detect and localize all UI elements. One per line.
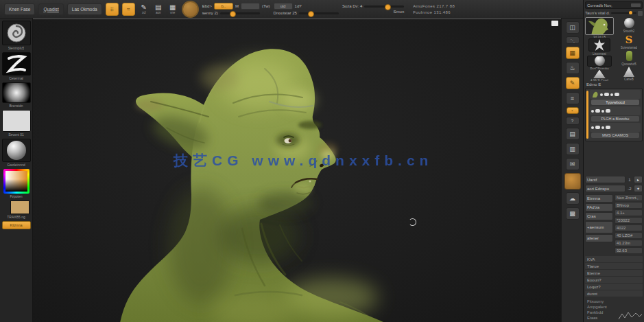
scale-button[interactable]: ✉ (566, 158, 580, 170)
brush-icon[interactable] (610, 93, 613, 96)
subtool-name[interactable]: Typvwbocd (591, 100, 639, 105)
palette-button[interactable]: Non Znmrt., (615, 194, 643, 201)
tool-star[interactable] (588, 38, 610, 51)
local-button[interactable]: ✎ (566, 77, 580, 89)
tool-simplebrush[interactable]: S (620, 34, 638, 45)
eye-icon[interactable] (600, 93, 603, 96)
mask-icon[interactable] (606, 126, 610, 129)
palette-button[interactable]: BNvop (615, 202, 643, 209)
rgb-toggle[interactable]: ≈ (122, 3, 135, 16)
small-icon[interactable]: ⋱ (566, 36, 580, 44)
list-item[interactable]: KVA (585, 256, 643, 262)
alpha-thumbnail[interactable] (2, 82, 31, 103)
brush-icon[interactable] (601, 126, 604, 129)
brush-icon[interactable] (601, 110, 604, 113)
tool-figure[interactable] (620, 50, 638, 62)
palette-label[interactable]: Ampgalent (585, 305, 643, 309)
topbar-button-2[interactable]: Quadist (38, 3, 63, 15)
paint-icon[interactable] (595, 109, 600, 113)
lines-button[interactable]: ≡ (566, 92, 580, 104)
subtool-name[interactable]: MMS CAAMOS (591, 133, 639, 138)
switch-color-button[interactable]: Kliznna (2, 221, 31, 229)
z-intensity-slider[interactable] (220, 12, 260, 14)
zsub-button[interactable]: ▤ aon (153, 4, 164, 14)
palette-button[interactable]: 4022 (615, 225, 643, 231)
color-picker[interactable] (3, 169, 29, 194)
zadd-button[interactable]: ✎ zcl (139, 4, 150, 14)
figure-icon (626, 51, 632, 61)
paint-icon[interactable] (604, 93, 609, 96)
subtool-thumb-icon (591, 91, 599, 98)
topbar-button-1[interactable]: Knen Fase (4, 3, 35, 15)
current-color-swatch[interactable] (10, 200, 29, 214)
material-preview-button[interactable] (564, 173, 581, 189)
palette-label[interactable]: Fitsuumy (585, 299, 643, 303)
list-item[interactable]: Etenne (585, 270, 643, 276)
tray-slider[interactable] (611, 12, 636, 14)
palette-button[interactable]: Cras (585, 212, 613, 220)
palette-button[interactable]: Etnnna (585, 194, 613, 203)
tool-sphere2[interactable] (587, 56, 612, 67)
grid-button[interactable]: ▩ (566, 207, 580, 220)
tray-header[interactable]: Cunradb Nov, (585, 1, 643, 9)
subtool-header[interactable]: Edmo E (585, 82, 643, 88)
subtool-panel: Typvwbocd PLGH a Blooxbe MMS CAAMOS (585, 88, 643, 141)
preview-icon[interactable]: ◫ (566, 21, 580, 34)
tool-cone[interactable] (620, 67, 638, 77)
palette-button[interactable]: 92.63 (615, 247, 643, 254)
frame-button[interactable]: ▤ (566, 128, 580, 140)
palette-button[interactable]: 4.1+ (615, 209, 643, 216)
move-button[interactable]: ▥ (566, 143, 580, 155)
palette-button[interactable]: +aensum (585, 221, 613, 233)
help-button[interactable]: ? (566, 117, 580, 125)
mask-icon[interactable] (606, 109, 610, 113)
palette-button[interactable]: FAd'za (585, 203, 613, 211)
list-item[interactable]: Tlarue (585, 263, 643, 269)
cloud-button[interactable]: ☁ (566, 192, 580, 205)
header-inset (631, 3, 641, 7)
paint-icon[interactable] (595, 126, 600, 129)
palette-button[interactable]: 40 LZG# (615, 232, 643, 239)
slider-button[interactable]: ▸ (634, 176, 643, 183)
list-item[interactable]: Loquz? (585, 284, 643, 290)
zcut-button[interactable]: ▦ vne (167, 4, 178, 14)
sculpt-viewport[interactable]: 技艺CG www.qdnxxfb.cn (33, 19, 561, 322)
eye-icon[interactable] (591, 126, 594, 129)
list-item[interactable]: Eooun? (585, 277, 643, 283)
subtool-row[interactable] (590, 106, 641, 115)
tray-slider-button[interactable] (638, 11, 643, 16)
palette-button[interactable]: afener (585, 234, 613, 242)
floor-button[interactable]: ♨ (566, 62, 580, 74)
material-thumbnail[interactable] (2, 139, 31, 162)
draw-size-slider[interactable] (364, 5, 404, 8)
current-tool-goblin[interactable] (585, 17, 614, 35)
eye-icon[interactable] (591, 110, 594, 113)
intensity-field[interactable]: b.. (214, 3, 233, 10)
focal-shift-slider[interactable] (299, 12, 339, 14)
canvas-corner-icon[interactable] (551, 21, 558, 26)
topbar-button-3[interactable]: Las Okmoda (67, 3, 102, 15)
mask-icon[interactable] (615, 93, 619, 96)
palette-button[interactable]: *20022 (615, 217, 643, 224)
stroke-thumbnail[interactable] (2, 52, 31, 76)
list-item[interactable]: dunnt (585, 290, 643, 297)
geometry-slider[interactable]: aori Ednspu -2 ✦ (585, 185, 643, 192)
secondary-field[interactable] (241, 3, 260, 10)
palette-button[interactable]: 41.23m (615, 240, 643, 246)
mini-field-1[interactable]: utd (274, 3, 293, 10)
brush-thumbnail[interactable] (2, 21, 31, 45)
subtool-row[interactable] (590, 90, 641, 99)
tool-triangle[interactable] (589, 70, 610, 78)
geometry-slider[interactable]: Uantf 1 ▸ (585, 176, 643, 183)
subtool-row[interactable] (590, 123, 641, 132)
texture-thumbnail[interactable] (2, 110, 31, 132)
subtool-scrollbar[interactable] (586, 91, 588, 139)
subtool-name[interactable]: PLGH a Blooxbe (591, 116, 639, 122)
material-quick-button[interactable] (182, 1, 199, 18)
tool-sphere[interactable] (620, 17, 638, 29)
mrgb-toggle[interactable]: ⁝⁝ (106, 3, 119, 16)
mini-toggle[interactable]: ▪ (567, 107, 579, 114)
goblin-sculpture (33, 19, 561, 322)
persp-button[interactable]: ▦ (566, 47, 580, 59)
slider-button[interactable]: ✦ (634, 185, 643, 192)
